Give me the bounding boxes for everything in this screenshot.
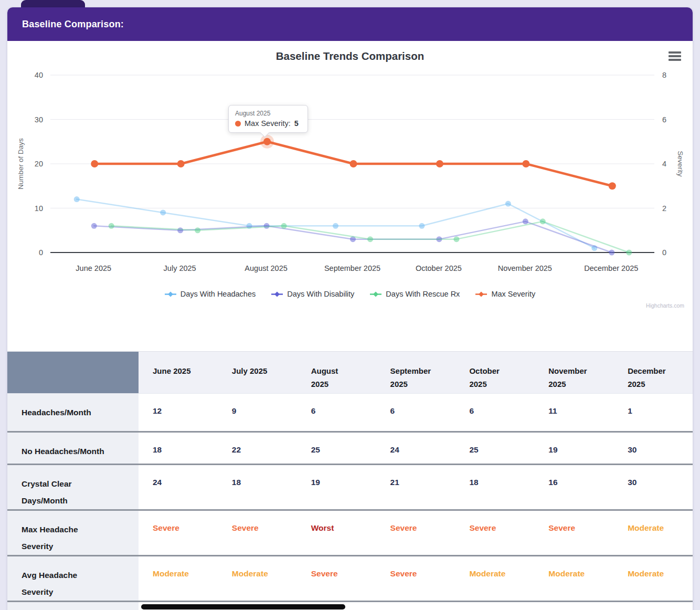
y-left-tick-label: 40 xyxy=(35,71,43,79)
legend-item-days-with-disability[interactable]: Days With Disability xyxy=(271,290,354,298)
highcharts-credit-link[interactable]: Highcharts.com xyxy=(646,302,684,309)
data-point-marker[interactable] xyxy=(177,227,183,233)
data-point-marker[interactable] xyxy=(453,236,459,242)
legend-marker-icon xyxy=(475,291,487,298)
data-point-marker[interactable] xyxy=(609,182,616,190)
table-value-cell: 18 xyxy=(139,433,218,464)
panel-header: Baseline Comparison: xyxy=(7,7,693,41)
legend-label: Days With Disability xyxy=(287,290,354,298)
baseline-comparison-table: June 2025July 2025August 2025September 2… xyxy=(7,351,693,610)
row-label xyxy=(7,602,139,610)
table-value-cell: Moderate xyxy=(139,556,218,601)
y-right-tick-label: 4 xyxy=(662,160,666,168)
data-point-marker[interactable] xyxy=(74,196,80,202)
table-value-cell: 30 xyxy=(613,465,693,509)
table-value-cell: 6 xyxy=(455,394,534,431)
table-value-cell xyxy=(613,602,693,610)
legend-marker-icon xyxy=(165,291,176,298)
x-tick-label: August 2025 xyxy=(245,264,287,272)
tooltip-date: August 2025 xyxy=(235,110,301,117)
data-point-marker[interactable] xyxy=(626,250,632,256)
row-label: Headaches/Month xyxy=(7,394,139,431)
table-value-cell: 19 xyxy=(534,433,613,464)
row-label: Avg Headache Severity xyxy=(7,556,139,601)
legend-label: Max Severity xyxy=(491,290,535,298)
table-value-cell: 21 xyxy=(376,465,455,509)
data-point-marker[interactable] xyxy=(109,223,114,229)
data-point-marker[interactable] xyxy=(177,160,185,167)
column-header: October 2025 xyxy=(455,352,534,393)
data-point-marker[interactable] xyxy=(91,223,97,229)
y-right-tick-label: 8 xyxy=(662,71,666,79)
data-point-marker[interactable] xyxy=(350,160,357,167)
y-right-tick-label: 6 xyxy=(662,115,666,124)
data-point-marker[interactable] xyxy=(523,218,528,224)
table-value-cell: 12 xyxy=(139,394,218,431)
x-tick-label: July 2025 xyxy=(164,264,196,272)
table-value-cell: 18 xyxy=(455,465,534,509)
data-point-marker[interactable] xyxy=(263,138,271,145)
y-left-tick-label: 30 xyxy=(35,115,43,124)
table-value-cell: 18 xyxy=(218,465,297,509)
row-label: Crystal Clear Days/Month xyxy=(7,465,139,509)
row-label: No Headaches/Month xyxy=(7,433,139,464)
data-point-marker[interactable] xyxy=(160,209,166,215)
y-right-tick-label: 2 xyxy=(662,204,666,213)
column-header: June 2025 xyxy=(139,352,218,393)
data-point-marker[interactable] xyxy=(609,250,614,256)
chart-context-menu-button[interactable] xyxy=(669,51,681,61)
y-left-axis-title: Number of Days xyxy=(17,138,25,190)
table-row: Max Headache SeveritySevereSevereWorstSe… xyxy=(7,509,693,555)
series-days-with-headaches xyxy=(74,196,598,251)
legend-label: Days With Headaches xyxy=(181,290,256,298)
x-tick-label: June 2025 xyxy=(76,264,111,272)
panel-title: Baseline Comparison: xyxy=(22,19,124,30)
table-value-cell: Severe xyxy=(376,511,455,555)
legend-item-days-with-rescue-rx[interactable]: Days With Rescue Rx xyxy=(370,290,460,298)
y-left-tick-label: 20 xyxy=(35,160,43,168)
table-value-cell: Moderate xyxy=(613,511,693,555)
table-value-cell: 16 xyxy=(534,465,613,509)
y-left-tick-label: 10 xyxy=(35,204,43,213)
data-point-marker[interactable] xyxy=(195,227,200,233)
x-tick-label: December 2025 xyxy=(584,264,638,272)
data-point-marker[interactable] xyxy=(281,223,287,229)
column-header: November 2025 xyxy=(534,352,613,393)
table-value-cell: Moderate xyxy=(218,556,297,601)
table-value-cell: 6 xyxy=(297,394,376,431)
table-row: Crystal Clear Days/Month24181921181630 xyxy=(7,464,693,509)
series-days-with-rescue-rx xyxy=(109,218,632,255)
data-point-marker[interactable] xyxy=(333,223,338,229)
y-left-tick-label: 0 xyxy=(39,248,43,257)
horizontal-scrollbar-thumb[interactable] xyxy=(141,604,345,609)
chart-plot-area: 01020304002468June 2025July 2025August 2… xyxy=(35,71,666,272)
table-value-cell: Severe xyxy=(455,511,534,555)
table-value-cell: Severe xyxy=(218,511,297,555)
data-point-marker[interactable] xyxy=(540,218,546,224)
column-header: September 2025 xyxy=(376,352,455,393)
table-row: No Headaches/Month18222524251930 xyxy=(7,431,693,464)
table-value-cell: 25 xyxy=(455,433,534,464)
legend-label: Days With Rescue Rx xyxy=(386,290,460,298)
data-point-marker[interactable] xyxy=(91,160,98,167)
chart-legend: Days With HeadachesDays With DisabilityD… xyxy=(7,290,693,298)
data-point-marker[interactable] xyxy=(436,160,443,167)
data-point-marker[interactable] xyxy=(419,223,425,229)
data-point-marker[interactable] xyxy=(522,160,529,167)
legend-item-days-with-headaches[interactable]: Days With Headaches xyxy=(165,290,256,298)
table-value-cell: Severe xyxy=(376,556,455,601)
tooltip-series-dot-icon xyxy=(235,121,241,127)
data-point-marker[interactable] xyxy=(505,201,511,207)
legend-item-max-severity[interactable]: Max Severity xyxy=(475,290,535,298)
baseline-comparison-panel: Baseline Comparison: Baseline Trends Com… xyxy=(7,7,693,610)
table-row-partial xyxy=(7,601,693,610)
table-value-cell: Severe xyxy=(534,511,613,555)
y-right-axis-title: Severity xyxy=(676,151,684,177)
data-point-marker[interactable] xyxy=(367,236,373,242)
table-value-cell: 24 xyxy=(376,433,455,464)
table-header-row: June 2025July 2025August 2025September 2… xyxy=(7,352,693,393)
table-value-cell: 19 xyxy=(297,465,376,509)
y-right-tick-label: 0 xyxy=(662,248,666,257)
data-point-marker[interactable] xyxy=(264,223,270,229)
table-value-cell: 25 xyxy=(297,433,376,464)
